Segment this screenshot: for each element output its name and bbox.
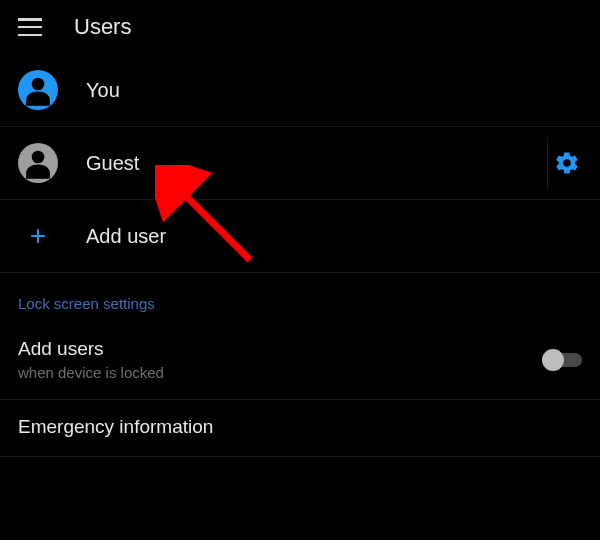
user-label: Guest [86,152,526,175]
setting-text: Emergency information [18,416,582,438]
setting-add-users-locked[interactable]: Add users when device is locked [0,322,600,399]
hamburger-menu-icon[interactable] [18,18,42,36]
plus-icon: + [18,216,58,256]
setting-text: Add users when device is locked [18,338,524,381]
user-label: You [86,79,582,102]
avatar-icon [18,143,58,183]
setting-title: Add users [18,338,524,360]
add-user-row[interactable]: + Add user [0,200,600,272]
gear-icon[interactable] [554,150,580,176]
setting-emergency-info[interactable]: Emergency information [0,400,600,456]
svg-point-0 [32,78,45,91]
setting-title: Emergency information [18,416,582,438]
user-row-guest[interactable]: Guest [0,127,600,199]
add-user-label: Add user [86,225,582,248]
app-header: Users [0,0,600,54]
toggle-switch[interactable] [542,350,582,370]
setting-subtitle: when device is locked [18,364,524,381]
avatar-icon [18,70,58,110]
page-title: Users [74,14,131,40]
user-row-you[interactable]: You [0,54,600,126]
divider [547,137,548,189]
divider [0,456,600,457]
svg-point-1 [32,151,45,164]
section-header-lockscreen: Lock screen settings [0,273,600,322]
